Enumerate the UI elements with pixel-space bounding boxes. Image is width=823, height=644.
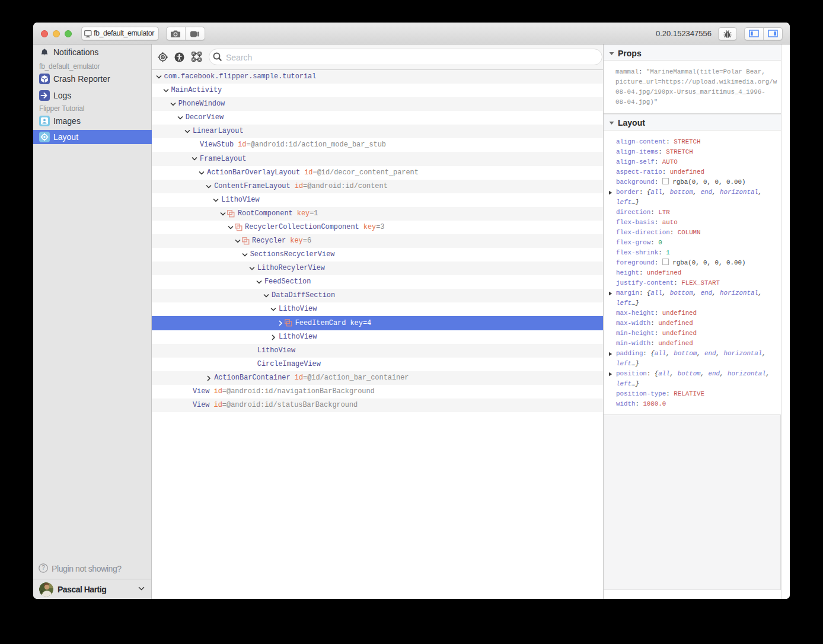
svg-text:?: ? [42, 565, 45, 571]
